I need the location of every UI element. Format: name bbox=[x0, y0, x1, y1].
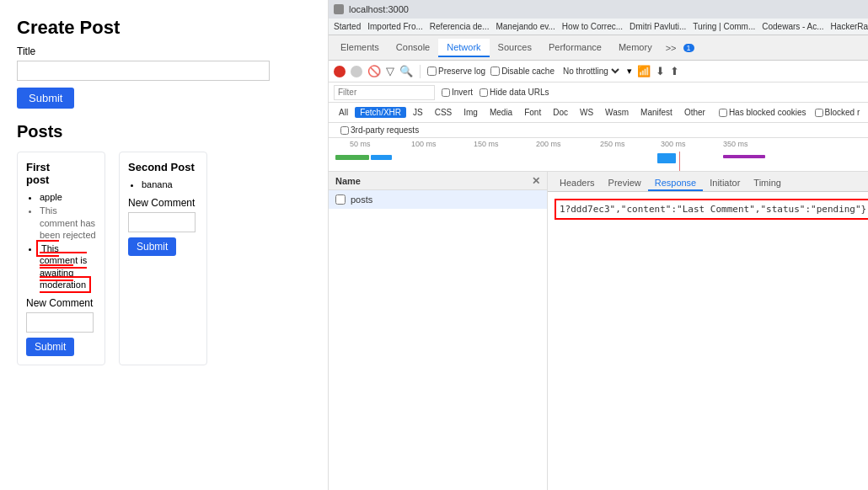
download-icon[interactable]: ⬇ bbox=[656, 65, 665, 77]
app-panel: Create Post Title Submit Posts Firstpost… bbox=[0, 0, 329, 490]
first-post-new-comment-label: New Comment bbox=[26, 297, 96, 309]
close-detail-button[interactable]: ✕ bbox=[532, 175, 540, 187]
detail-content: 1?ddd7ec3","content":"Last Comment","sta… bbox=[548, 192, 868, 490]
tab-memory[interactable]: Memory bbox=[610, 39, 661, 57]
main-content: Name ✕ posts Headers Preview Response In… bbox=[329, 172, 868, 490]
devtools-more-button[interactable]: >> bbox=[661, 40, 682, 56]
devtools-badge: 1 bbox=[683, 44, 694, 52]
filter-font-button[interactable]: Font bbox=[519, 107, 546, 118]
timeline-100ms: 100 ms bbox=[411, 140, 437, 148]
request-list: Name ✕ posts bbox=[329, 172, 548, 490]
preserve-log-checkbox[interactable] bbox=[427, 67, 437, 76]
blocked-cookies-checkbox-container: Has blocked cookies bbox=[719, 108, 806, 117]
first-post-comment-input[interactable] bbox=[26, 312, 94, 333]
detail-tab-headers[interactable]: Headers bbox=[553, 176, 602, 191]
timeline-350ms: 350 ms bbox=[723, 140, 748, 148]
hide-data-urls-checkbox[interactable] bbox=[480, 88, 488, 97]
request-item-checkbox-posts[interactable] bbox=[335, 194, 346, 205]
tl-bar-green bbox=[335, 155, 369, 160]
filter-wasm-button[interactable]: Wasm bbox=[600, 107, 634, 118]
detail-tab-initiator[interactable]: Initiator bbox=[703, 176, 747, 191]
filter-css-button[interactable]: CSS bbox=[430, 107, 458, 118]
blocked-requests-checkbox-container: Blocked r bbox=[815, 108, 860, 117]
third-party-requests-label: 3rd-party requests bbox=[351, 125, 419, 135]
filter-doc-button[interactable]: Doc bbox=[548, 107, 573, 118]
filter-input[interactable] bbox=[334, 85, 435, 100]
wifi-icon: 📶 bbox=[637, 65, 651, 77]
bookmark-ref[interactable]: Referencia de... bbox=[430, 22, 490, 31]
record-button[interactable] bbox=[334, 66, 346, 77]
timeline-150ms: 150 ms bbox=[474, 140, 499, 148]
timeline-300ms: 300 ms bbox=[661, 140, 686, 148]
timeline-200ms: 200 ms bbox=[536, 140, 561, 148]
bookmark-how[interactable]: How to Correc... bbox=[562, 22, 623, 31]
title-input[interactable] bbox=[17, 61, 270, 81]
favicon-icon bbox=[334, 4, 344, 14]
bookmark-cw[interactable]: Codewars - Ac... bbox=[762, 22, 823, 31]
awaiting-moderation-text: This comment is awaiting moderation bbox=[36, 240, 91, 293]
tl-bar-blue2 bbox=[657, 153, 676, 163]
filter-other-button[interactable]: Other bbox=[679, 107, 710, 118]
preserve-log-label: Preserve log bbox=[438, 67, 485, 76]
tab-performance[interactable]: Performance bbox=[540, 39, 610, 57]
disable-cache-checkbox-container: Disable cache bbox=[490, 67, 555, 76]
detail-tab-preview[interactable]: Preview bbox=[602, 176, 648, 191]
upload-icon[interactable]: ⬆ bbox=[670, 65, 679, 77]
search-icon[interactable]: 🔍 bbox=[399, 65, 413, 77]
blocked-cookies-checkbox[interactable] bbox=[719, 109, 727, 117]
detail-tab-timing[interactable]: Timing bbox=[747, 176, 788, 191]
throttling-select[interactable]: No throttling bbox=[560, 66, 622, 77]
tab-elements[interactable]: Elements bbox=[332, 39, 388, 57]
page-title: Create Post bbox=[17, 17, 311, 39]
filter-manifest-button[interactable]: Manifest bbox=[635, 107, 678, 118]
toolbar-divider bbox=[420, 65, 421, 78]
filter-types-bar: All Fetch/XHR JS CSS Img Media Font Doc … bbox=[329, 103, 868, 123]
clear-icon[interactable]: 🚫 bbox=[367, 65, 381, 77]
response-json: 1?ddd7ec3","content":"Last Comment","sta… bbox=[555, 199, 868, 220]
bookmark-hr[interactable]: HackerRank bbox=[831, 22, 868, 31]
bookmark-started[interactable]: Started bbox=[334, 22, 361, 31]
throttling-down-icon: ▾ bbox=[627, 66, 632, 77]
detail-panel: Headers Preview Response Initiator Timin… bbox=[548, 172, 868, 490]
first-post-submit-button[interactable]: Submit bbox=[26, 338, 74, 356]
browser-url[interactable]: localhost:3000 bbox=[349, 4, 409, 14]
invert-checkbox-container: Invert bbox=[442, 88, 473, 97]
post-card-second: Second Post banana New Comment Submit bbox=[119, 152, 207, 365]
post-card-first: Firstpost apple This comment has been re… bbox=[17, 152, 105, 365]
filter-all-button[interactable]: All bbox=[334, 107, 353, 118]
request-item-name-posts: posts bbox=[351, 194, 372, 205]
blocked-requests-checkbox[interactable] bbox=[815, 109, 823, 117]
disable-cache-checkbox[interactable] bbox=[490, 67, 500, 76]
comment-banana: banana bbox=[142, 178, 198, 190]
second-post-submit-button[interactable]: Submit bbox=[128, 237, 176, 256]
tl-bar-blue bbox=[371, 155, 392, 160]
first-post-title: Firstpost bbox=[26, 161, 96, 186]
bookmark-turing[interactable]: Turing | Comm... bbox=[693, 22, 755, 31]
bookmark-mj[interactable]: Manejando ev... bbox=[496, 22, 555, 31]
invert-checkbox[interactable] bbox=[442, 88, 450, 97]
network-toolbar: 🚫 ▽ 🔍 Preserve log Disable cache No thro… bbox=[329, 61, 868, 83]
detail-tab-response[interactable]: Response bbox=[648, 176, 704, 191]
timeline-area: 50 ms 100 ms 150 ms 200 ms 250 ms 300 ms… bbox=[329, 138, 868, 172]
bookmark-imported[interactable]: Imported Fro... bbox=[367, 22, 423, 31]
filter-media-button[interactable]: Media bbox=[485, 107, 517, 118]
first-post-comments: apple This comment has been rejected Thi… bbox=[26, 191, 96, 290]
filter-img-button[interactable]: Img bbox=[458, 107, 483, 118]
second-post-comments: banana bbox=[128, 178, 198, 190]
create-post-submit-button[interactable]: Submit bbox=[17, 88, 74, 109]
tab-sources[interactable]: Sources bbox=[490, 39, 540, 57]
filter-fetch-xhr-button[interactable]: Fetch/XHR bbox=[355, 107, 406, 118]
devtools-tabs: Elements Console Network Sources Perform… bbox=[329, 35, 868, 61]
filter-js-button[interactable]: JS bbox=[408, 107, 428, 118]
request-item-posts[interactable]: posts bbox=[329, 190, 547, 209]
second-post-comment-input[interactable] bbox=[128, 212, 196, 232]
tab-network[interactable]: Network bbox=[438, 39, 489, 57]
stop-button[interactable] bbox=[351, 66, 362, 77]
comment-apple: apple bbox=[40, 191, 96, 203]
bookmark-dm[interactable]: Dmitri Pavluti... bbox=[630, 22, 686, 31]
filter-icon[interactable]: ▽ bbox=[386, 65, 394, 77]
third-party-requests-checkbox[interactable] bbox=[340, 126, 349, 135]
filter-ws-button[interactable]: WS bbox=[575, 107, 598, 118]
preserve-log-checkbox-container: Preserve log bbox=[427, 67, 485, 76]
tab-console[interactable]: Console bbox=[388, 39, 438, 57]
